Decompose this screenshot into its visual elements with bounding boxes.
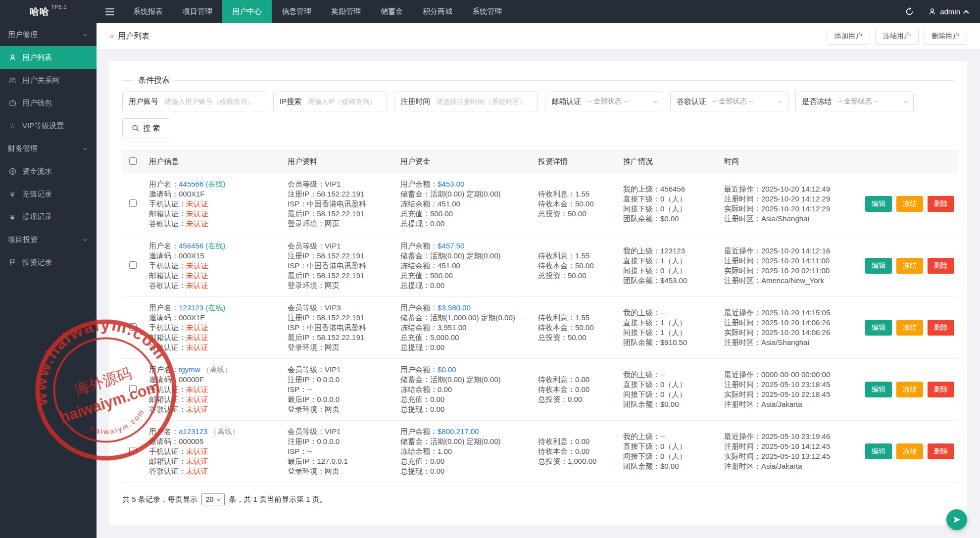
field-label: 用户名：	[149, 180, 179, 188]
field-label: 最后IP：	[288, 333, 317, 342]
nav-item-system[interactable]: 系统管理	[462, 0, 512, 23]
freeze-button[interactable]: 冻结	[896, 443, 923, 459]
field-label: 最近操作：	[724, 308, 761, 317]
field-label: 实际时间：	[724, 452, 761, 460]
sidebar-item-recharge-records[interactable]: ¥ 充值记录	[0, 183, 97, 205]
app-version-badge: TP5.1	[51, 4, 67, 10]
savings-value: 活期(0.00) 定期(0.00)	[430, 437, 501, 445]
freeze-button[interactable]: 冻结	[896, 382, 923, 397]
nav-item-reward[interactable]: 奖励管理	[321, 0, 371, 23]
edit-button[interactable]: 编辑	[865, 443, 892, 459]
last-operation-time: 0000-00-00 00:00:00	[761, 370, 830, 379]
nav-item-project[interactable]: 项目管理	[173, 0, 222, 23]
chevron-up-icon	[963, 10, 969, 15]
username-link[interactable]: 445566	[179, 180, 203, 188]
nav-item-points-mall[interactable]: 积分商城	[413, 0, 462, 23]
email-verify-select[interactable]: 邮箱认证 -- 全部状态 --	[545, 92, 663, 111]
cell-promotion: 我的上级：-- 直接下级：0（人） 间接下级：0（人） 团队余额：$0.00	[618, 359, 719, 421]
username-link[interactable]: 123123	[179, 303, 203, 312]
username-link[interactable]: tgymw	[179, 365, 200, 374]
cell-user-profile: 会员等级：VIP1 注册IP：0.0.0.0 ISP：-- 最后IP：127.0…	[283, 421, 395, 483]
delete-button[interactable]: 删除	[928, 258, 954, 274]
search-button[interactable]: 搜 索	[122, 118, 169, 138]
nav-item-savings[interactable]: 储蓄金	[371, 0, 413, 23]
sidebar-item-user-list[interactable]: 用户列表	[0, 46, 97, 69]
username-link[interactable]: a123123	[179, 427, 207, 436]
row-checkbox[interactable]	[129, 199, 137, 207]
select-all-checkbox[interactable]	[129, 157, 137, 165]
field-label: 待收利息：	[538, 375, 575, 384]
search-legend: 条件搜索	[133, 75, 175, 86]
indirect-downline: 0（人）	[660, 452, 686, 460]
nav-item-report[interactable]: 系统报表	[123, 0, 173, 23]
delete-button[interactable]: 删除	[928, 443, 954, 459]
field-label: 谷歌认证：	[149, 467, 186, 475]
edit-button[interactable]: 编辑	[865, 382, 892, 397]
col-invest-detail: 投资详情	[533, 150, 618, 173]
online-status: （离线）	[202, 365, 232, 374]
row-checkbox[interactable]	[129, 447, 137, 454]
float-action-button[interactable]	[946, 509, 967, 530]
add-user-button[interactable]: 添加用户	[827, 28, 870, 45]
svg-text:$: $	[11, 169, 14, 174]
chevron-down-icon	[83, 32, 87, 36]
refresh-button[interactable]	[905, 7, 914, 16]
delete-button[interactable]: 删除	[928, 320, 954, 336]
pending-interest: 1.55	[575, 190, 589, 198]
delete-user-button[interactable]: 删除用户	[924, 28, 967, 45]
edit-button[interactable]: 编辑	[865, 320, 892, 336]
delete-button[interactable]: 删除	[928, 382, 954, 397]
total-withdraw: 0.00	[430, 343, 444, 351]
google-verify-select[interactable]: 谷歌认证 -- 全部状态 --	[670, 92, 788, 111]
regtime-input[interactable]	[436, 93, 538, 110]
last-ip: 58.152.22.191	[317, 271, 364, 280]
vip-level: VIP1	[325, 242, 341, 250]
field-label: 注册IP：	[288, 251, 317, 260]
field-label: 注册时间：	[724, 442, 761, 450]
row-checkbox[interactable]	[129, 323, 137, 331]
nav-item-user-center[interactable]: 用户中心	[222, 0, 272, 23]
upline-user: --	[660, 370, 665, 379]
admin-menu[interactable]: admin	[929, 7, 968, 16]
sidebar-toggle-button[interactable]	[97, 0, 123, 23]
field-label: 储蓄金：	[400, 375, 430, 384]
edit-button[interactable]: 编辑	[865, 196, 892, 212]
row-checkbox[interactable]	[129, 261, 137, 269]
ip-input[interactable]	[307, 93, 387, 110]
frozen-balance: 451.00	[438, 261, 460, 270]
cell-time: 最近操作：0000-00-00 00:00:00 注册时间：2025-05-10…	[719, 359, 860, 421]
sidebar-item-user-network[interactable]: 用户关系网	[0, 69, 97, 92]
sidebar-item-fund-flow[interactable]: $ 资金流水	[0, 160, 97, 183]
team-balance: $0.00	[660, 400, 679, 408]
last-ip: 58.152.22.191	[317, 333, 364, 342]
records-summary-suffix: 条，共 1 页当前显示第 1 页。	[229, 495, 327, 504]
freeze-status-select[interactable]: 是否冻结 -- 全部状态 --	[795, 92, 914, 111]
account-input[interactable]	[164, 93, 266, 110]
field-label: 待收本金：	[538, 323, 575, 332]
sidebar-item-user-wallet[interactable]: 用户钱包	[0, 92, 97, 114]
sidebar-group-project-invest[interactable]: 项目投资	[0, 228, 97, 251]
sidebar-item-invest-records[interactable]: 投资记录	[0, 251, 97, 274]
freeze-button[interactable]: 冻结	[896, 320, 923, 336]
coin-icon: $	[8, 168, 17, 175]
page-size-select[interactable]: 20	[201, 493, 225, 505]
nav-item-info[interactable]: 信息管理	[272, 0, 321, 23]
row-checkbox[interactable]	[129, 385, 137, 392]
freeze-button[interactable]: 冻结	[896, 196, 923, 212]
sidebar-item-vip-settings[interactable]: ☆ VIP等级设置	[0, 114, 97, 137]
frozen-balance: 1.00	[438, 447, 452, 455]
freeze-user-button[interactable]: 冻结用户	[875, 28, 919, 45]
user-balance: $800,217.00	[438, 427, 479, 436]
delete-button[interactable]: 删除	[928, 196, 954, 212]
username-link[interactable]: 456456	[179, 242, 203, 250]
savings-value: 活期(0.00) 定期(0.00)	[430, 375, 501, 384]
field-label: ISP：	[288, 261, 307, 270]
actual-time: 2025-05-10 22:18:45	[761, 390, 830, 398]
cell-actions: 编辑 冻结 删除	[860, 359, 958, 421]
freeze-button[interactable]: 冻结	[896, 258, 923, 274]
sidebar-item-withdraw-records[interactable]: ¥ 提现记录	[0, 205, 97, 228]
isp-value: --	[307, 385, 312, 393]
edit-button[interactable]: 编辑	[865, 258, 892, 274]
sidebar-group-user-management[interactable]: 用户管理	[0, 23, 97, 46]
sidebar-group-finance[interactable]: 财务管理	[0, 137, 97, 160]
